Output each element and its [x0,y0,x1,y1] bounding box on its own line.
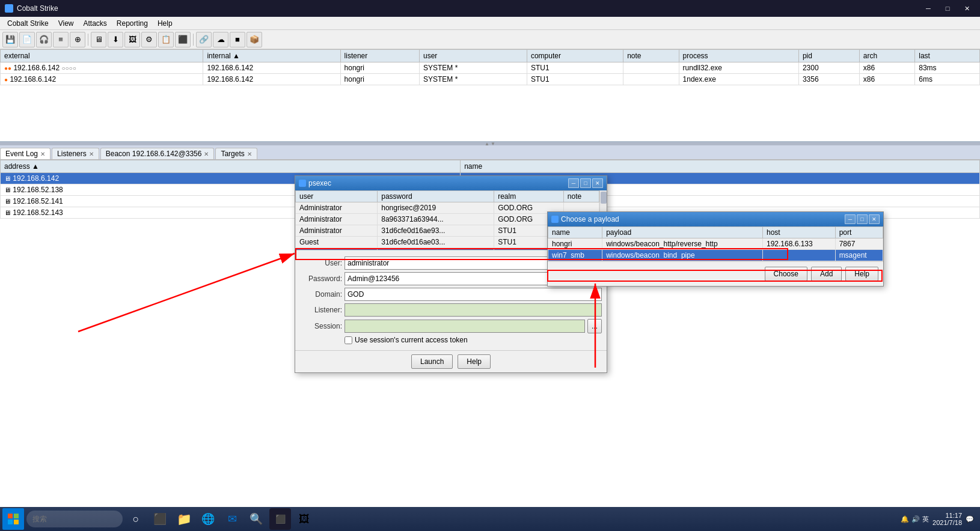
payload-row-2[interactable]: win7_smb windows/beacon_bind_pipe msagen… [548,250,883,261]
session-input[interactable] [345,320,585,333]
access-token-checkbox[interactable] [345,336,352,344]
col-process: process [679,50,798,62]
domain-field-row: Domain: [300,288,602,301]
taskbar-edge[interactable]: 🌐 [197,508,219,530]
tab-event-log-close[interactable]: ✕ [40,151,45,157]
col-internal: internal ▲ [203,50,340,62]
tab-beacon-close[interactable]: ✕ [204,151,209,157]
taskbar-photo[interactable]: 🖼 [293,508,315,530]
col-user: user [420,50,527,62]
payload-col-name: name [548,227,602,238]
col-pid: pid [798,50,859,62]
menu-cobalt-strike[interactable]: Cobalt Strike [2,17,54,29]
payload-minimize[interactable]: ─ [845,214,856,224]
col-listener: listener [340,50,419,62]
notification-icon[interactable]: 💬 [966,515,974,523]
psexec-icon [299,180,306,187]
psexec-minimize[interactable]: ─ [568,178,579,188]
toolbar: 💾 📄 🎧 ≡ ⊕ 🖥 ⬇ 🖼 ⚙ 📋 ⬛ 🔗 ☁ ■ 📦 [0,30,980,49]
payload-help-button[interactable]: Help [845,267,878,281]
taskbar-mail[interactable]: ✉ [221,508,243,530]
toolbar-btn-10[interactable]: 📋 [158,32,174,47]
toolbar-btn-15[interactable]: 📦 [247,32,262,47]
taskbar-search-icon[interactable]: 🔍 [245,508,267,530]
toolbar-btn-5[interactable]: ⊕ [70,32,85,47]
session-row-1[interactable]: ●● 192.168.6.142 ○○○○ 192.168.6.142 hong… [1,62,980,74]
taskbar-task-view[interactable]: ⬛ [149,508,171,530]
payload-add-button[interactable]: Add [811,267,842,281]
toolbar-btn-6[interactable]: 🖥 [91,32,106,47]
col-computer: computer [527,50,623,62]
tab-targets[interactable]: Targets ✕ [215,148,257,159]
psexec-help-button[interactable]: Help [458,354,491,369]
listener-input[interactable] [345,303,602,317]
toolbar-btn-14[interactable]: ■ [230,32,245,47]
toolbar-btn-9[interactable]: ⚙ [141,32,157,47]
toolbar-btn-8[interactable]: 🖼 [124,32,140,47]
payload-titlebar[interactable]: Choose a payload ─ □ ✕ [548,212,883,226]
tab-listeners[interactable]: Listeners ✕ [52,148,99,159]
psexec-maximize[interactable]: □ [580,178,591,188]
volume-icon: 🔊 [911,515,920,523]
menu-attacks[interactable]: Attacks [79,17,112,29]
taskbar-cortana[interactable]: ○ [125,508,147,530]
payload-row-1[interactable]: hongri windows/beacon_http/reverse_http … [548,238,883,250]
psexec-close[interactable]: ✕ [592,178,603,188]
start-button[interactable] [2,508,24,530]
menu-help[interactable]: Help [153,17,177,29]
toolbar-btn-12[interactable]: 🔗 [196,32,212,47]
menu-reporting[interactable]: Reporting [112,17,153,29]
clock[interactable]: 11:17 2021/7/18 [933,512,962,526]
toolbar-btn-13[interactable]: ☁ [213,32,228,47]
date-display: 2021/7/18 [933,519,962,526]
tab-beacon[interactable]: Beacon 192.168.6.142@3356 ✕ [100,148,215,159]
title-bar: Cobalt Strike ─ □ ✕ [0,0,980,17]
close-button[interactable]: ✕ [958,2,975,14]
payload-table: name payload host port hongri windows/be… [548,226,883,261]
toolbar-btn-3[interactable]: 🎧 [36,32,52,47]
payload-col-host: host [762,227,835,238]
toolbar-btn-4[interactable]: ≡ [53,32,69,47]
svg-rect-3 [8,520,13,524]
minimize-button[interactable]: ─ [920,2,937,14]
taskbar-file-explorer[interactable]: 📁 [173,508,195,530]
checkbox-row: Use session's current access token [345,336,602,344]
tab-targets-close[interactable]: ✕ [247,151,252,157]
checkbox-label: Use session's current access token [355,336,468,344]
psexec-titlebar[interactable]: psexec ─ □ ✕ [295,176,607,190]
cred-col-note: note [563,191,599,202]
payload-col-port: port [835,227,883,238]
col-note: note [623,50,679,62]
session-table: external internal ▲ listener user comput… [0,49,980,85]
time-display: 11:17 [945,512,962,519]
tab-event-log[interactable]: Event Log ✕ [0,148,51,159]
col-external: external [1,50,203,62]
session-row-2[interactable]: ● 192.168.6.142 192.168.6.142 hongri SYS… [1,74,980,85]
payload-title: Choose a payload [561,215,619,223]
taskbar-system-icons: 🔔 🔊 英 [901,515,929,524]
toolbar-btn-11[interactable]: ⬛ [175,32,191,47]
payload-col-payload: payload [602,227,763,238]
taskbar: ○ ⬛ 📁 🌐 ✉ 🔍 ⬛ 🖼 🔔 🔊 英 11:17 2021/7/18 💬 [0,507,980,531]
payload-window: Choose a payload ─ □ ✕ name payload host… [547,211,884,287]
payload-close[interactable]: ✕ [869,214,880,224]
psexec-title: psexec [308,179,331,187]
toolbar-btn-1[interactable]: 💾 [2,32,18,47]
session-browse-button[interactable]: ... [587,319,602,333]
cred-col-realm: realm [494,191,564,202]
toolbar-btn-7[interactable]: ⬇ [108,32,123,47]
tab-listeners-close[interactable]: ✕ [89,151,94,157]
choose-button[interactable]: Choose [765,267,807,281]
toolbar-btn-2[interactable]: 📄 [19,32,35,47]
taskbar-search[interactable] [26,511,123,527]
cred-col-user: user [296,191,378,202]
domain-input[interactable] [345,288,602,301]
user-label: User: [300,259,342,267]
maximize-button[interactable]: □ [939,2,956,14]
svg-rect-4 [14,520,19,524]
password-label: Password: [300,275,342,283]
taskbar-terminal[interactable]: ⬛ [269,508,291,530]
launch-button[interactable]: Launch [411,354,453,369]
payload-maximize[interactable]: □ [857,214,868,224]
menu-view[interactable]: View [54,17,79,29]
